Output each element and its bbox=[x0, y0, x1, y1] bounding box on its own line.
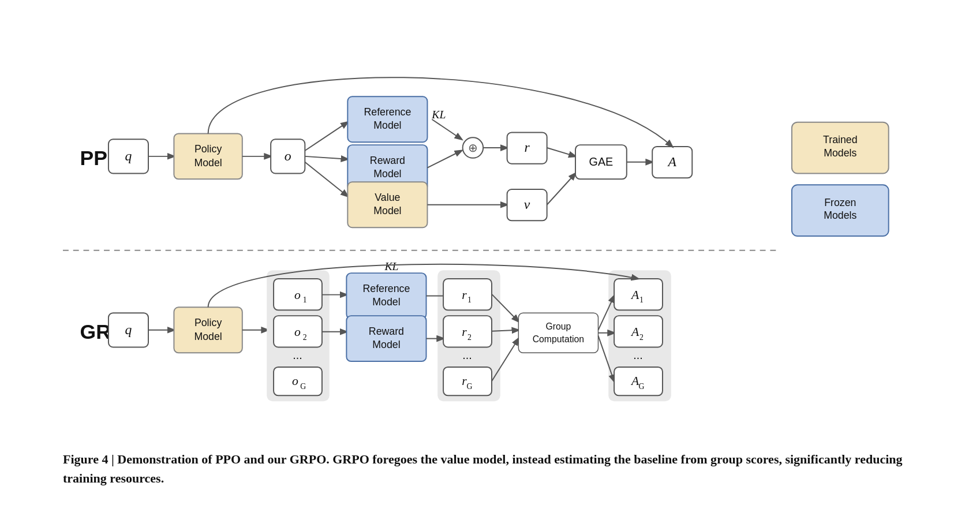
ppo-o-text: o bbox=[285, 148, 291, 163]
ppo-arrow-o-ref bbox=[305, 122, 347, 151]
ppo-a-text: A bbox=[667, 154, 676, 169]
page: PPO q Policy Model o bbox=[28, 11, 952, 505]
figure-caption: Figure 4 | Demonstration of PPO and our … bbox=[63, 450, 917, 488]
grpo-a2-sub: 2 bbox=[639, 333, 644, 342]
grpo-policy-text1: Policy bbox=[194, 317, 222, 328]
ppo-value-text2: Model bbox=[373, 205, 401, 217]
grpo-r1-sub: 1 bbox=[467, 296, 472, 304]
ppo-ref-text2: Model bbox=[373, 120, 401, 132]
grpo-q-text: q bbox=[125, 322, 132, 337]
grpo-ref-text2: Model bbox=[372, 296, 400, 308]
ppo-value-text1: Value bbox=[375, 192, 400, 203]
grpo-gc-box bbox=[518, 313, 598, 353]
grpo-o2-text: o bbox=[294, 325, 301, 339]
grpo-o1-sub: 1 bbox=[303, 296, 307, 304]
ppo-arrow-o-value bbox=[305, 162, 347, 196]
ppo-gae-text: GAE bbox=[589, 155, 614, 168]
grpo-ag-sub: G bbox=[638, 382, 644, 391]
ppo-kl-label: KL bbox=[431, 108, 446, 121]
grpo-r2-sub: 2 bbox=[467, 333, 472, 342]
grpo-policy-text2: Model bbox=[194, 331, 222, 342]
grpo-a1-sub: 1 bbox=[639, 296, 644, 304]
ppo-arrow-ref-oplus bbox=[432, 119, 461, 140]
ppo-ref-text1: Reference bbox=[364, 106, 411, 118]
grpo-r1-text: r bbox=[462, 288, 467, 302]
grpo-o2-sub: 2 bbox=[303, 333, 307, 342]
ppo-arrow-reward-oplus bbox=[427, 151, 461, 168]
grpo-a1-text: A bbox=[630, 288, 639, 302]
grpo-a-dots: ··· bbox=[633, 351, 642, 364]
grpo-rg-sub: G bbox=[466, 382, 472, 391]
grpo-reward-text1: Reward bbox=[369, 326, 404, 337]
grpo-ref-text1: Reference bbox=[362, 283, 410, 294]
ppo-q-text: q bbox=[125, 148, 132, 163]
grpo-r-dots: ··· bbox=[462, 351, 472, 364]
ppo-policy-text2: Model bbox=[194, 157, 222, 169]
legend-frozen-text2: Models bbox=[824, 210, 856, 221]
ppo-arrow-o-reward bbox=[305, 156, 347, 159]
ppo-reward-text1: Reward bbox=[370, 155, 405, 166]
ppo-arrow-v-gae bbox=[547, 173, 575, 204]
grpo-r2-box bbox=[443, 316, 492, 347]
grpo-o1-text: o bbox=[294, 288, 301, 302]
grpo-r1-box bbox=[443, 279, 492, 310]
legend-trained-text2: Models bbox=[824, 147, 856, 159]
grpo-gc-text2: Computation bbox=[533, 335, 584, 345]
grpo-o-dots: ··· bbox=[293, 351, 302, 364]
grpo-r2-text: r bbox=[462, 325, 467, 339]
ppo-v-text: v bbox=[524, 197, 530, 212]
grpo-og-sub: G bbox=[300, 382, 306, 391]
grpo-a2-text: A bbox=[630, 325, 639, 339]
ppo-oplus-symbol: ⊕ bbox=[468, 141, 478, 154]
diagram: PPO q Policy Model o bbox=[63, 28, 917, 444]
ppo-reward-text2: Model bbox=[373, 168, 401, 180]
legend-frozen-text1: Frozen bbox=[824, 197, 856, 208]
legend-trained-text1: Trained bbox=[823, 134, 858, 145]
caption-figure-label: Figure 4 | Demonstration of PPO and our … bbox=[63, 452, 903, 485]
grpo-reward-text2: Model bbox=[372, 339, 400, 350]
grpo-kl-label: KL bbox=[384, 260, 398, 272]
ppo-r-text: r bbox=[525, 140, 530, 155]
grpo-rg-box bbox=[443, 367, 492, 395]
grpo-gc-text1: Group bbox=[545, 321, 571, 331]
grpo-og-text: o bbox=[292, 375, 298, 388]
ppo-arrow-r-gae bbox=[547, 148, 575, 156]
ppo-policy-text1: Policy bbox=[194, 143, 222, 155]
